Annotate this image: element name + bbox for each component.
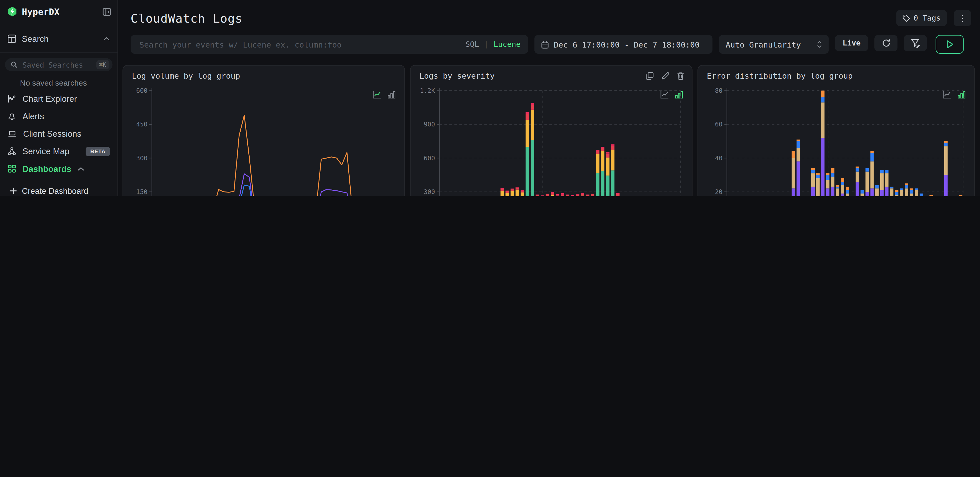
- beta-badge: BETA: [86, 146, 110, 156]
- sidebar-item-alerts[interactable]: Alerts: [0, 107, 118, 125]
- sidebar-item-label: Client Sessions: [23, 129, 81, 138]
- search-icon: [11, 61, 18, 68]
- delete-icon[interactable]: [677, 72, 684, 80]
- logo-row: HyperDX: [0, 0, 118, 17]
- toolbar: SQL | Lucene Dec 6 17:00:00 - Dec 7 18:0…: [130, 35, 971, 54]
- panel-logs-by-severity: Logs by severity: [410, 65, 692, 196]
- sidebar-item-search[interactable]: Search: [0, 30, 118, 47]
- panel-log-volume: Log volume by log group 0150300450600Dec…: [123, 65, 405, 196]
- svg-text:150: 150: [136, 188, 148, 196]
- app-root: HyperDX Search ⌘K No s: [0, 0, 980, 196]
- event-search-input[interactable]: [138, 39, 460, 49]
- sidebar-item-label: Alerts: [22, 111, 44, 121]
- chevron-up-icon[interactable]: [78, 167, 84, 171]
- page-title: CloudWatch Logs: [130, 11, 242, 25]
- chevron-up-icon[interactable]: [103, 37, 110, 41]
- sidebar: HyperDX Search ⌘K No s: [0, 0, 118, 196]
- logo-text: HyperDX: [22, 7, 60, 17]
- svg-text:600: 600: [136, 87, 148, 94]
- shortcut-badge: ⌘K: [96, 60, 109, 69]
- language-separator: |: [484, 40, 489, 49]
- svg-text:80: 80: [715, 87, 722, 94]
- bar-chart: 03006009001.2KDec 6 5:00:00 PM3:30:00 AM…: [418, 84, 683, 196]
- line-chart: 0150300450600Dec 6 5:00:00 PM3:30:00 AM5…: [130, 84, 396, 196]
- duplicate-icon[interactable]: [646, 72, 654, 80]
- sidebar-item-label: Dashboards: [22, 164, 72, 173]
- date-range-picker[interactable]: Dec 6 17:00:00 - Dec 7 18:00:00: [535, 35, 713, 54]
- main-content: CloudWatch Logs 0 Tags ⋮ SQL | Lucene: [118, 0, 980, 196]
- svg-text:450: 450: [136, 121, 148, 128]
- panel-title: Error distribution by log group: [707, 71, 853, 80]
- svg-text:300: 300: [136, 154, 148, 162]
- chart-explorer-icon: [8, 94, 16, 103]
- lucene-toggle[interactable]: Lucene: [493, 40, 520, 49]
- svg-text:40: 40: [715, 154, 722, 162]
- sidebar-item-label: Chart Explorer: [22, 94, 77, 103]
- bell-icon: [8, 112, 16, 121]
- sidebar-item-service-map[interactable]: Service Map BETA: [0, 142, 118, 160]
- tags-label: 0 Tags: [913, 14, 940, 22]
- saved-searches-input[interactable]: ⌘K: [5, 58, 112, 71]
- saved-searches-field[interactable]: [21, 60, 92, 70]
- svg-text:300: 300: [424, 188, 435, 196]
- panel-error-distribution: Error distribution by log group 02040608…: [697, 65, 975, 196]
- create-dashboard-button[interactable]: Create Dashboard: [0, 177, 118, 196]
- sidebar-item-label: Search: [22, 34, 49, 43]
- refresh-button[interactable]: [874, 35, 897, 51]
- sql-toggle[interactable]: SQL: [466, 40, 479, 49]
- svg-text:20: 20: [715, 188, 722, 196]
- panel-title: Log volume by log group: [132, 71, 240, 80]
- play-icon: [946, 40, 953, 49]
- create-dashboard-label: Create Dashboard: [22, 186, 88, 195]
- sidebar-item-chart-explorer[interactable]: Chart Explorer: [0, 90, 118, 107]
- svg-text:60: 60: [715, 121, 722, 128]
- dashboards-icon: [8, 164, 16, 173]
- event-search-box[interactable]: SQL | Lucene: [130, 35, 528, 54]
- calendar-icon: [541, 40, 549, 49]
- svg-text:900: 900: [424, 121, 435, 128]
- filter-button[interactable]: [904, 35, 927, 51]
- service-map-icon: [8, 147, 16, 156]
- sidebar-item-client-sessions[interactable]: Client Sessions: [0, 125, 118, 142]
- svg-text:1.2K: 1.2K: [420, 87, 435, 94]
- granularity-value: Auto Granularity: [726, 40, 801, 49]
- search-section-icon: [8, 35, 16, 43]
- run-query-button[interactable]: [935, 35, 964, 54]
- granularity-select[interactable]: Auto Granularity: [719, 35, 829, 54]
- filter-edit-icon: [911, 38, 920, 48]
- bar-chart: 020406080Dec 6 5:00:00 PM3:30:00 AM5:30:…: [706, 84, 966, 196]
- no-saved-searches-text: No saved searches: [0, 71, 118, 90]
- sidebar-item-label: Service Map: [22, 146, 69, 156]
- svg-text:600: 600: [424, 154, 435, 162]
- more-options-button[interactable]: ⋮: [954, 10, 971, 26]
- select-chevrons-icon: [817, 41, 822, 48]
- hyperdx-logo-icon: [7, 6, 18, 17]
- sidebar-collapse-icon[interactable]: [103, 7, 111, 16]
- sidebar-divider: [0, 52, 118, 53]
- plus-icon: [10, 188, 17, 194]
- edit-icon[interactable]: [661, 72, 670, 80]
- tag-icon: [902, 14, 910, 22]
- panel-title: Logs by severity: [419, 71, 495, 80]
- sidebar-item-dashboards[interactable]: Dashboards: [0, 160, 118, 177]
- date-range-value: Dec 6 17:00:00 - Dec 7 18:00:00: [554, 40, 700, 49]
- live-button[interactable]: Live: [835, 35, 868, 51]
- laptop-icon: [8, 129, 17, 138]
- tags-button[interactable]: 0 Tags: [896, 10, 947, 26]
- refresh-icon: [881, 39, 890, 48]
